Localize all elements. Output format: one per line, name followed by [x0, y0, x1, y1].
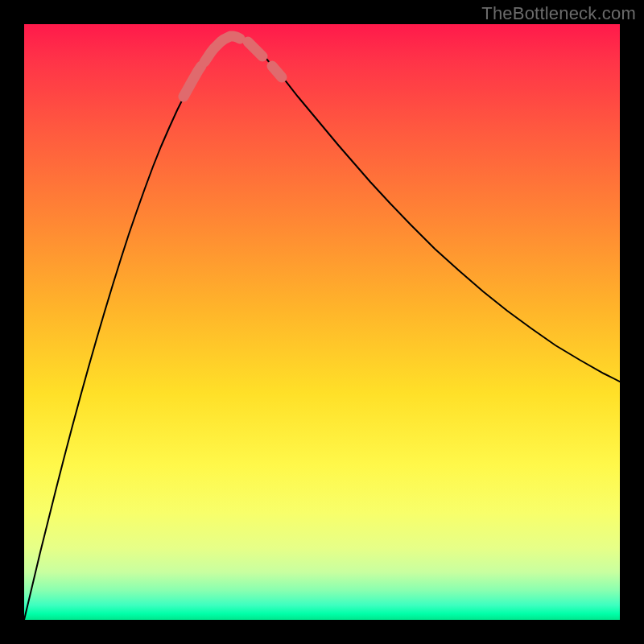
- plot-area: [24, 24, 620, 620]
- bottleneck-curve: [24, 36, 620, 620]
- chart-stage: TheBottleneck.com: [0, 0, 644, 644]
- plot-svg: [24, 24, 620, 620]
- highlight-segment: [248, 42, 262, 56]
- highlight-segment: [184, 66, 201, 97]
- highlight-segments: [184, 36, 282, 97]
- highlight-segment: [204, 36, 240, 62]
- highlight-segment: [272, 66, 282, 77]
- watermark-text: TheBottleneck.com: [481, 3, 636, 24]
